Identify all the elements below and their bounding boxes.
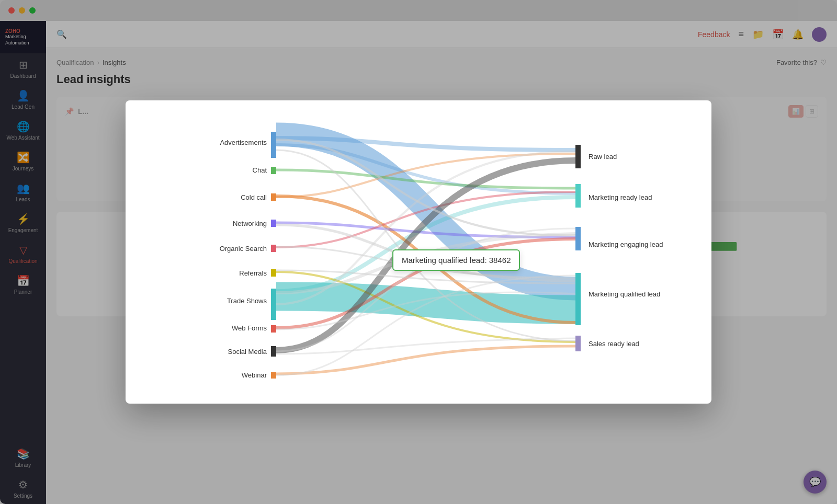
- flow-trade-mql-2: [276, 296, 575, 310]
- flow-ads-mql: [276, 134, 575, 289]
- source-label-organic-search: Organic Search: [220, 245, 267, 253]
- node-chat: [271, 167, 276, 174]
- source-label-trade-shows: Trade Shows: [227, 297, 267, 305]
- source-label-social-media: Social Media: [228, 348, 267, 356]
- node-referrals: [271, 269, 276, 277]
- source-label-advertisements: Advertisements: [220, 139, 267, 146]
- node-marketing-ready-lead: [575, 184, 581, 208]
- source-label-chat: Chat: [253, 166, 267, 174]
- source-label-referrals: Referrals: [239, 269, 267, 277]
- node-marketing-engaging-lead: [575, 227, 581, 250]
- target-label-sales-ready: Sales ready lead: [589, 340, 639, 348]
- flow-cold-raw: [276, 154, 575, 197]
- node-raw-lead: [575, 145, 581, 168]
- node-trade-shows: [271, 289, 276, 320]
- node-sales-ready-lead: [575, 336, 581, 351]
- source-label-networking: Networking: [233, 220, 267, 227]
- node-cold-call: [271, 193, 276, 201]
- node-webinar: [271, 372, 276, 379]
- node-web-forms: [271, 325, 276, 333]
- node-advertisements: [271, 132, 276, 158]
- node-social-media: [271, 346, 276, 357]
- source-label-cold-call: Cold call: [241, 193, 267, 201]
- target-label-raw-lead: Raw lead: [589, 153, 617, 161]
- node-organic-search: [271, 245, 276, 252]
- flow-webinar-srl: [276, 346, 575, 374]
- node-networking: [271, 220, 276, 227]
- target-label-marketing-ready: Marketing ready lead: [589, 193, 652, 201]
- sankey-modal: Advertisements Chat Cold call Networking…: [126, 100, 711, 404]
- sankey-container: Advertisements Chat Cold call Networking…: [141, 116, 696, 388]
- source-label-webinar: Webinar: [242, 371, 267, 379]
- sankey-modal-overlay[interactable]: Advertisements Chat Cold call Networking…: [0, 0, 837, 504]
- target-label-marketing-qualified: Marketing qualified lead: [589, 290, 660, 298]
- source-label-web-forms: Web Forms: [232, 324, 267, 332]
- sankey-chart: Advertisements Chat Cold call Networking…: [141, 116, 696, 388]
- target-label-marketing-engaging: Marketing engaging lead: [589, 240, 663, 248]
- flow-ads-mrl: [276, 145, 575, 193]
- node-marketing-qualified-lead: [575, 273, 581, 325]
